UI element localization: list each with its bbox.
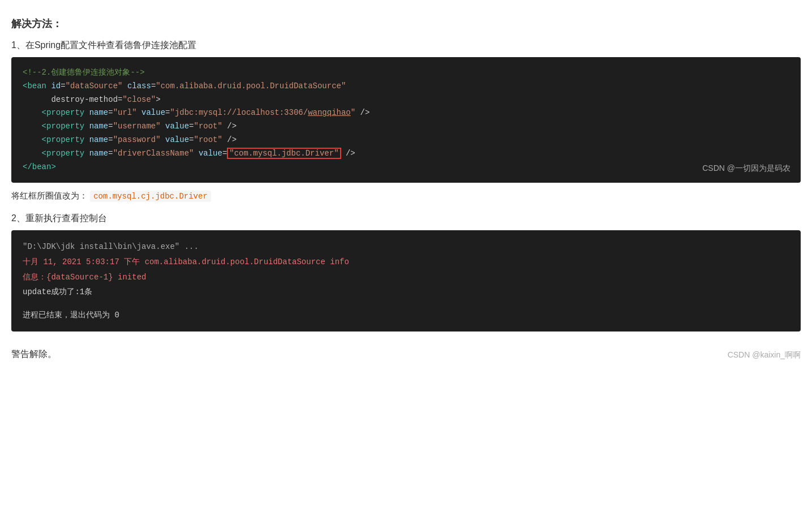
console-line-5: 进程已结束，退出代码为 0 [23, 308, 789, 323]
console-line-1: "D:\JDK\jdk install\bin\java.exe" ... [23, 239, 789, 255]
console-line-4: update成功了:1条 [23, 285, 789, 300]
console-line-2: 十月 11, 2021 5:03:17 下午 com.alibaba.druid… [23, 255, 789, 270]
footer-section: 警告解除。 CSDN @kaixin_啊啊 [11, 343, 801, 360]
tag-bean-open: <bean [23, 81, 51, 91]
code-line-comment: <!--2.创建德鲁伊连接池对象--> [23, 66, 789, 80]
console-block: "D:\JDK\jdk install\bin\java.exe" ... 十月… [11, 230, 801, 332]
code-line-bean: <bean id="dataSource" class="com.alibaba… [23, 80, 789, 93]
warning-resolved-text: 警告解除。 [11, 348, 57, 360]
code-line-driver: <property name="driverClassName" value="… [23, 147, 789, 161]
code-line-bean-close: </bean> [23, 161, 789, 174]
console-line-3: 信息：{dataSource-1} inited [23, 270, 789, 285]
step2-label: 2、重新执行查看控制台 [11, 213, 801, 225]
step-1: 1、在Spring配置文件种查看德鲁伊连接池配置 <!--2.创建德鲁伊连接池对… [11, 40, 801, 201]
change-note: 将红框所圈值改为： com.mysql.cj.jdbc.Driver [11, 191, 801, 201]
page-container: 解决方法： 1、在Spring配置文件种查看德鲁伊连接池配置 <!--2.创建德… [11, 17, 801, 360]
code-line-password: <property name="password" value="root" /… [23, 134, 789, 147]
step1-label: 1、在Spring配置文件种查看德鲁伊连接池配置 [11, 40, 801, 51]
watermark-1: CSDN @一切因为是码农 [702, 162, 790, 175]
console-line-empty [23, 300, 789, 308]
watermark-2: CSDN @kaixin_啊啊 [728, 350, 801, 360]
code-block-xml: <!--2.创建德鲁伊连接池对象--> <bean id="dataSource… [11, 57, 801, 183]
code-line-username: <property name="username" value="root" /… [23, 120, 789, 134]
change-note-code: com.mysql.cj.jdbc.Driver [90, 191, 211, 202]
code-line-destroy: destroy-method="close"> [23, 93, 789, 107]
section-title: 解决方法： [11, 17, 801, 31]
step-2: 2、重新执行查看控制台 "D:\JDK\jdk install\bin\java… [11, 213, 801, 332]
change-note-prefix: 将红框所圈值改为： [11, 191, 88, 200]
comment-text: <!--2.创建德鲁伊连接池对象--> [23, 68, 145, 77]
tag-bean-close: </bean> [23, 162, 56, 171]
code-line-url: <property name="url" value="jdbc:mysql:/… [23, 106, 789, 120]
